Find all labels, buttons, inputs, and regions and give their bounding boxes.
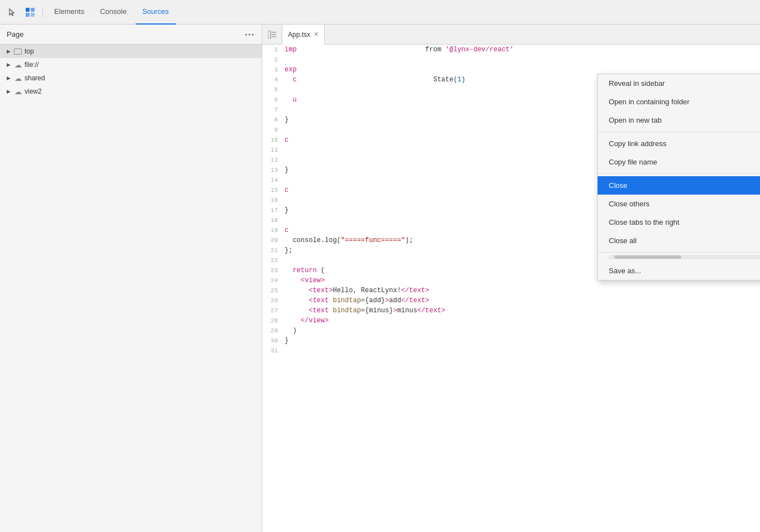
ctx-separator-1 [598, 132, 760, 132]
ctx-save-as[interactable]: Save as... [598, 262, 760, 280]
ctx-close-all[interactable]: Close all [598, 231, 760, 250]
tree-arrow-file: ▶ [4, 61, 12, 69]
tree-item-file[interactable]: ▶ ☁ file:// [0, 58, 262, 71]
code-line-30: 30 } [262, 336, 760, 346]
code-line-29: 29 ) [262, 326, 760, 336]
tab-bar: App.tsx ✕ [262, 25, 760, 45]
sidebar-header: Page [0, 25, 262, 45]
tab-sources[interactable]: Sources [136, 0, 176, 25]
inspect-icon[interactable] [22, 4, 38, 20]
ctx-open-folder[interactable]: Open in containing folder [598, 93, 760, 111]
ctx-copy-filename[interactable]: Copy file name [598, 153, 760, 171]
ctx-close[interactable]: Close [598, 176, 760, 195]
tree-arrow-shared: ▶ [4, 74, 12, 82]
ctx-copy-link[interactable]: Copy link address [598, 134, 760, 153]
ctx-scrollbar-thumb [614, 255, 681, 259]
tree-item-view2[interactable]: ▶ ☁ view2 [0, 85, 262, 98]
sidebar-menu-button[interactable] [244, 29, 255, 40]
cloud-icon-shared: ☁ [13, 74, 22, 83]
svg-rect-0 [26, 8, 30, 12]
sidebar-toggle-button[interactable] [262, 25, 282, 45]
sidebar-title: Page [7, 30, 23, 38]
tab-elements[interactable]: Elements [47, 0, 91, 25]
tree-item-top[interactable]: ▶ top [0, 45, 262, 58]
svg-rect-3 [31, 13, 35, 17]
context-menu: Reveal in sidebar Open in containing fol… [597, 74, 760, 280]
svg-rect-1 [31, 8, 35, 12]
code-line-1: 1 imp from '@lynx-dev/react' [262, 45, 760, 55]
ctx-separator-3 [598, 252, 760, 253]
toolbar-separator [42, 7, 43, 18]
svg-point-5 [249, 33, 251, 35]
file-tab-app-tsx[interactable]: App.tsx ✕ [282, 25, 325, 45]
code-line-2: 2 [262, 55, 760, 65]
code-line-26: 26 <text bindtap={add}>add</text> [262, 296, 760, 306]
main-layout: Page ▶ top ▶ ☁ file:// ▶ [0, 25, 760, 532]
ctx-separator-2 [598, 173, 760, 174]
close-tab-button[interactable]: ✕ [314, 31, 319, 38]
folder-icon [13, 47, 22, 56]
svg-point-4 [246, 33, 247, 35]
svg-rect-2 [26, 13, 30, 17]
sidebar: Page ▶ top ▶ ☁ file:// ▶ [0, 25, 262, 532]
code-line-27: 27 <text bindtap={minus}>minus</text> [262, 306, 760, 316]
tab-console[interactable]: Console [93, 0, 133, 25]
cloud-icon-file: ☁ [13, 60, 22, 69]
content-area: App.tsx ✕ 1 imp from '@lynx-dev/react' 2… [262, 25, 760, 532]
cursor-icon[interactable] [4, 4, 20, 20]
code-line-28: 28 </view> [262, 316, 760, 326]
ctx-close-right[interactable]: Close tabs to the right [598, 213, 760, 231]
code-line-25: 25 <text>Hello, ReactLynx!</text> [262, 286, 760, 296]
svg-rect-7 [268, 31, 271, 38]
code-line-31: 31 [262, 346, 760, 356]
ctx-scrollbar [609, 255, 760, 259]
tree-item-shared[interactable]: ▶ ☁ shared [0, 71, 262, 85]
toolbar: Elements Console Sources [0, 0, 760, 25]
tree-arrow-view2: ▶ [4, 88, 12, 95]
ctx-reveal-sidebar[interactable]: Reveal in sidebar [598, 74, 760, 93]
svg-point-6 [252, 33, 254, 35]
tree-arrow-top: ▶ [4, 47, 12, 55]
ctx-close-others[interactable]: Close others [598, 195, 760, 213]
ctx-open-tab[interactable]: Open in new tab [598, 111, 760, 129]
cloud-icon-view2: ☁ [13, 87, 22, 96]
